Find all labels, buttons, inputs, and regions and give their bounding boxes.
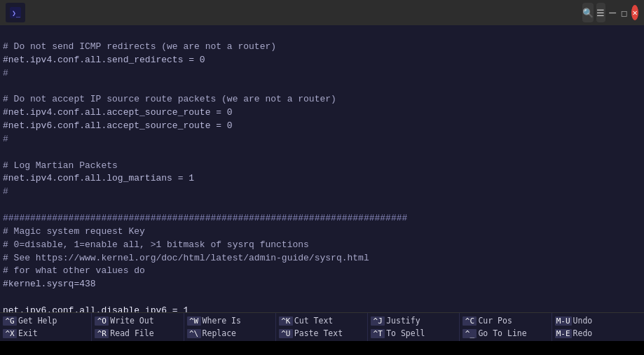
shortcut-key-4-bot: ^T bbox=[371, 329, 385, 338]
shortcut-entry-bot-4: ^T To Spell bbox=[371, 327, 456, 340]
shortcut-label-6-top: Undo bbox=[573, 316, 593, 326]
titlebar: ❯_ 🔍 ☰ ─ □ ✕ bbox=[0, 0, 644, 25]
minimize-button[interactable]: ─ bbox=[608, 3, 617, 22]
editor-line: # 0=disable, 1=enable all, >1 bitmask of… bbox=[3, 239, 641, 252]
editor-line bbox=[3, 81, 641, 94]
shortcut-item-0: ^G Get Help ^X Exit bbox=[0, 313, 92, 341]
editor-line: # See https://www.kernel.org/doc/html/la… bbox=[3, 252, 641, 265]
shortcut-key-6-top: M-U bbox=[555, 316, 572, 326]
editor-line: #kernel.sysrq=438 bbox=[3, 278, 641, 291]
shortcut-label-3-bot: Paste Text bbox=[294, 328, 343, 338]
shortcut-label-2-top: Where Is bbox=[203, 316, 241, 326]
editor-line: # bbox=[3, 67, 641, 81]
shortcut-key-6-bot: M-E bbox=[555, 329, 572, 338]
titlebar-controls: 🔍 ☰ ─ □ ✕ bbox=[582, 3, 638, 22]
editor-line: # Log Martian Packets bbox=[3, 160, 641, 173]
shortcut-key-4-top: ^J bbox=[371, 316, 385, 326]
shortcut-item-2: ^W Where Is ^\ Replace bbox=[184, 313, 276, 341]
shortcut-key-3-top: ^K bbox=[279, 316, 293, 326]
shortcut-entry-top-1: ^O Write Out bbox=[95, 314, 180, 327]
editor-line: # Do not accept IP source route packets … bbox=[3, 93, 641, 106]
shortcut-entry-top-2: ^W Where Is bbox=[187, 314, 273, 327]
shortcut-key-0-bot: ^X bbox=[3, 329, 17, 338]
shortcut-item-1: ^O Write Out ^R Read File bbox=[92, 313, 184, 341]
editor-line: #net.ipv6.conf.all.accept_source_route =… bbox=[3, 120, 641, 133]
editor-line: # bbox=[3, 186, 641, 199]
shortcut-entry-top-5: ^C Cur Pos bbox=[463, 314, 548, 327]
shortcut-label-4-bot: To Spell bbox=[386, 328, 425, 338]
shortcut-label-6-bot: Redo bbox=[573, 328, 593, 338]
shortcut-entry-top-3: ^K Cut Text bbox=[279, 314, 364, 327]
shortcut-label-3-top: Cut Text bbox=[294, 316, 333, 326]
shortcut-entry-bot-2: ^\ Replace bbox=[187, 327, 273, 340]
editor-line: # for what other values do bbox=[3, 265, 641, 278]
shortcut-entry-top-4: ^J Justify bbox=[371, 314, 456, 327]
editor-line: # Do not send ICMP redirects (we are not… bbox=[3, 41, 641, 54]
shortcut-entry-bot-5: ^_ Go To Line bbox=[463, 327, 548, 340]
info-bar bbox=[0, 25, 644, 39]
editor-line: net.ipv6.conf.all.disable_ipv6 = 1 bbox=[3, 305, 641, 312]
editor-line: #net.ipv4.conf.all.accept_source_route =… bbox=[3, 106, 641, 120]
search-button[interactable]: 🔍 bbox=[582, 3, 594, 22]
shortcut-label-1-top: Write Out bbox=[110, 316, 153, 326]
shortcut-key-5-bot: ^_ bbox=[463, 329, 477, 338]
editor-line bbox=[3, 146, 641, 160]
maximize-button[interactable]: □ bbox=[619, 3, 629, 22]
close-button[interactable]: ✕ bbox=[631, 5, 638, 20]
shortcut-key-2-bot: ^\ bbox=[187, 329, 201, 338]
shortcut-label-0-bot: Exit bbox=[18, 328, 38, 338]
shortcut-label-2-bot: Replace bbox=[203, 328, 236, 338]
shortcut-key-1-top: ^O bbox=[95, 316, 109, 326]
editor-line: # bbox=[3, 133, 641, 146]
shortcut-label-1-bot: Read File bbox=[110, 328, 153, 338]
shortcut-key-3-bot: ^U bbox=[279, 329, 293, 338]
editor-line bbox=[3, 291, 641, 305]
shortcut-item-3: ^K Cut Text ^U Paste Text bbox=[276, 313, 368, 341]
editor-line: #net.ipv4.conf.all.log_martians = 1 bbox=[3, 172, 641, 186]
editor-line: #net.ipv4.conf.all.send_redirects = 0 bbox=[3, 54, 641, 67]
shortcut-key-5-top: ^C bbox=[463, 316, 477, 326]
menu-button[interactable]: ☰ bbox=[596, 3, 605, 22]
shortcut-entry-top-6: M-U Undo bbox=[555, 314, 641, 327]
shortcut-key-0-top: ^G bbox=[3, 316, 17, 326]
shortcut-item-5: ^C Cur Pos ^_ Go To Line bbox=[460, 313, 551, 341]
shortcut-item-4: ^J Justify ^T To Spell bbox=[368, 313, 460, 341]
shortcut-label-4-top: Justify bbox=[386, 316, 420, 326]
editor-line: # Magic system request Key bbox=[3, 225, 641, 239]
shortcut-key-2-top: ^W bbox=[187, 316, 201, 326]
shortcut-entry-bot-0: ^X Exit bbox=[3, 327, 88, 340]
editor-area[interactable]: # Do not send ICMP redirects (we are not… bbox=[0, 39, 644, 312]
shortcut-label-5-top: Cur Pos bbox=[478, 316, 512, 326]
shortcut-entry-top-0: ^G Get Help bbox=[3, 314, 88, 327]
svg-text:❯_: ❯_ bbox=[12, 9, 21, 18]
shortcut-key-1-bot: ^R bbox=[95, 329, 109, 338]
editor-line bbox=[3, 199, 641, 212]
editor-line: ########################################… bbox=[3, 212, 641, 225]
shortcut-entry-bot-3: ^U Paste Text bbox=[279, 327, 364, 340]
shortcuts-bar: ^G Get Help ^X Exit ^O Write Out ^R Read… bbox=[0, 312, 644, 341]
shortcut-label-5-bot: Go To Line bbox=[478, 328, 526, 338]
shortcut-entry-bot-1: ^R Read File bbox=[95, 327, 180, 340]
titlebar-left: ❯_ bbox=[6, 3, 62, 22]
shortcut-entry-bot-6: M-E Redo bbox=[555, 327, 641, 340]
shortcut-label-0-top: Get Help bbox=[18, 316, 57, 326]
shortcut-item-6: M-U Undo M-E Redo bbox=[552, 313, 644, 341]
terminal-icon: ❯_ bbox=[6, 3, 25, 22]
